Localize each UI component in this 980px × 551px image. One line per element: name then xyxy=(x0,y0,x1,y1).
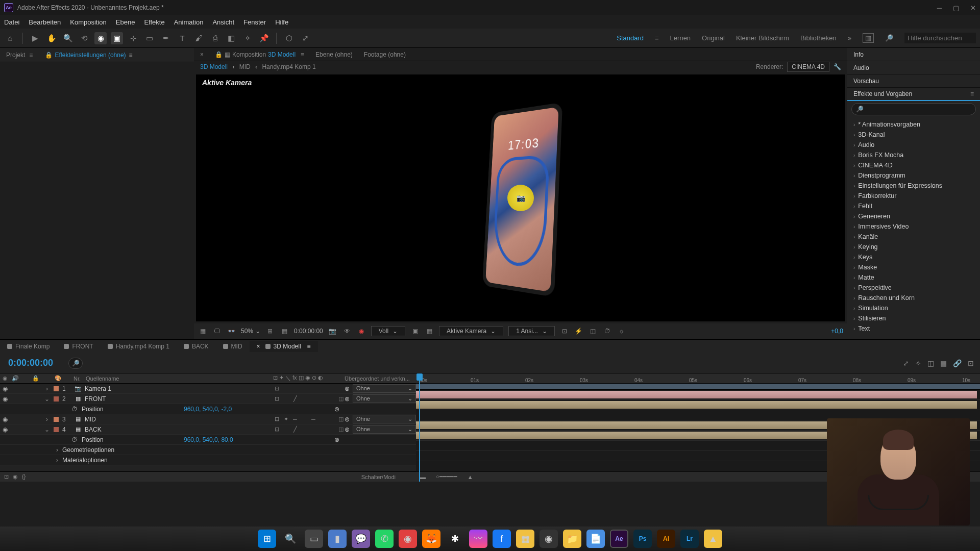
effect-category[interactable]: ›Text xyxy=(851,323,976,334)
parent-dropdown[interactable]: Ohne⌄ xyxy=(353,425,416,434)
orbit-tool[interactable]: ⟲ xyxy=(78,32,90,44)
timeline-ruler[interactable]: 00s 01s 02s 03s 04s 05s 06s 07s 08s 09s … xyxy=(416,373,980,384)
zoom-in-icon[interactable]: ▲ xyxy=(468,474,473,480)
effects-search-input[interactable]: 🔎 xyxy=(851,103,976,115)
tl-tab-finale[interactable]: Finale Komp xyxy=(0,341,57,352)
color-icon[interactable]: ◉ xyxy=(357,327,366,336)
position-value[interactable]: 960,0, 540,0, -2,0 xyxy=(184,406,232,413)
menu-bearbeiten[interactable]: Bearbeiten xyxy=(29,18,61,26)
breadcrumb-3dmodell[interactable]: 3D Modell xyxy=(200,63,228,70)
comp-tab-komposition[interactable]: 🔒▦Komposition 3D Modell≡ xyxy=(211,49,308,60)
clip-front[interactable] xyxy=(416,401,977,409)
expression-pick-icon[interactable]: ⊚ xyxy=(334,436,339,443)
close-button[interactable]: ✕ xyxy=(970,4,976,12)
tab-effekteinstellungen[interactable]: 🔒Effekteinstellungen (ohne)≡ xyxy=(39,48,138,62)
zoom-tool[interactable]: 🔍 xyxy=(62,32,74,44)
breadcrumb-mid[interactable]: MID xyxy=(239,63,251,70)
effect-category[interactable]: ›Generieren xyxy=(851,211,976,221)
menu-datei[interactable]: Datei xyxy=(4,18,19,26)
project-panel-body[interactable] xyxy=(0,62,194,339)
viewer-grid-icon[interactable]: ▦ xyxy=(280,327,289,336)
hand-tool[interactable]: ✋ xyxy=(45,32,58,44)
help-search-input[interactable] xyxy=(904,33,976,43)
app-icon[interactable]: 📄 xyxy=(586,530,605,548)
workspace-panel-icon[interactable]: ▥ xyxy=(863,33,874,43)
windows-start-icon[interactable]: ⊞ xyxy=(258,530,276,548)
effect-category[interactable]: ›3D-Kanal xyxy=(851,130,976,140)
stamp-tool[interactable]: ⎙ xyxy=(209,32,221,44)
playhead[interactable] xyxy=(419,373,420,482)
tab-projekt[interactable]: Projekt≡ xyxy=(0,48,39,62)
brush-tool[interactable]: 🖌 xyxy=(192,32,205,44)
comp-tab-ebene[interactable]: Ebene (ohne) xyxy=(311,49,357,60)
effect-category[interactable]: ›Keys xyxy=(851,252,976,262)
maximize-button[interactable]: ▢ xyxy=(953,4,959,12)
chevron-down-icon[interactable]: ⌄ xyxy=(255,328,260,335)
zoom-out-icon[interactable]: ▬ xyxy=(420,474,426,480)
tl-icon-3[interactable]: ◫ xyxy=(927,359,934,367)
illustrator-icon[interactable]: Ai xyxy=(657,530,675,548)
expression-pick-icon[interactable]: ⊚ xyxy=(334,406,339,413)
tab-audio[interactable]: Audio xyxy=(847,61,980,74)
workspace-standard[interactable]: Standard xyxy=(617,34,644,42)
effect-category[interactable]: ›Perspektive xyxy=(851,283,976,293)
pixel-icon[interactable]: ⊡ xyxy=(560,327,569,336)
effect-category[interactable]: ›* Animationsvorgaben xyxy=(851,119,976,130)
parent-pick-icon[interactable]: ⊚ xyxy=(345,385,350,392)
tl-tab-handy[interactable]: Handy.mp4 Komp 1 xyxy=(101,341,177,352)
renderer-dropdown[interactable]: CINEMA 4D xyxy=(787,62,829,72)
tl-tab-mid[interactable]: MID xyxy=(216,341,250,352)
explorer-icon[interactable]: 📁 xyxy=(563,530,581,548)
comp-tab-footage[interactable]: Footage (ohne) xyxy=(360,49,410,60)
tl-tab-3dmodell[interactable]: ×3D Modell≡ xyxy=(250,341,318,352)
rotate-tool[interactable]: ◉ xyxy=(94,32,107,44)
messenger-icon[interactable]: 〰 xyxy=(469,530,487,548)
timeline-search[interactable]: 🔎 xyxy=(68,358,83,369)
viewer-res-icon[interactable]: ⊞ xyxy=(265,327,275,336)
firefox-icon[interactable]: 🦊 xyxy=(422,530,440,548)
parent-pick-icon[interactable]: ⊚ xyxy=(345,426,350,433)
shape-tool[interactable]: ▭ xyxy=(143,32,156,44)
effect-category[interactable]: ›Einstellungen für Expressions xyxy=(851,181,976,191)
effect-category[interactable]: ›Simulation xyxy=(851,303,976,313)
property-row-geo[interactable]: ›Geometrieoptionen xyxy=(0,445,416,455)
menu-hilfe[interactable]: Hilfe xyxy=(275,18,288,26)
layer-row-front[interactable]: ◉ ⌄ 2 ▦FRONT ⊡╱◫ ⊚Ohne⌄ xyxy=(0,394,416,404)
effect-category[interactable]: ›Dienstprogramm xyxy=(851,170,976,181)
layer-row-kamera[interactable]: ◉ › 1 📷Kamera 1 ⊡ ⊚Ohne⌄ xyxy=(0,384,416,394)
workspace-bibliotheken[interactable]: Bibliotheken xyxy=(800,34,837,42)
viewer-alpha-icon[interactable]: ▦ xyxy=(198,327,207,336)
facebook-icon[interactable]: f xyxy=(493,530,511,548)
effect-category[interactable]: ›Keying xyxy=(851,242,976,252)
effect-category[interactable]: ›Maske xyxy=(851,262,976,272)
breadcrumb-handy[interactable]: Handy.mp4 Komp 1 xyxy=(262,63,315,70)
workspace-hamburger-icon[interactable]: ≡ xyxy=(655,34,659,42)
effect-category[interactable]: ›Kanäle xyxy=(851,232,976,242)
tab-vorschau[interactable]: Vorschau xyxy=(847,74,980,88)
effect-category[interactable]: ›Matte xyxy=(851,272,976,283)
views-dropdown[interactable]: 1 Ansi...⌄ xyxy=(508,326,555,336)
minimize-button[interactable]: ─ xyxy=(937,4,942,12)
workspace-overflow-icon[interactable]: » xyxy=(848,34,851,42)
viewer-time[interactable]: 0:00:00:00 xyxy=(294,328,323,335)
viewer-mask-icon[interactable]: 👓 xyxy=(227,327,236,336)
viewer-screen-icon[interactable]: 🖵 xyxy=(212,327,222,336)
tl-icon-5[interactable]: 🔗 xyxy=(953,359,962,367)
stopwatch-icon[interactable]: ⏱ xyxy=(71,406,78,413)
snapshot-icon[interactable]: 📷 xyxy=(328,327,337,336)
aftereffects-icon[interactable]: Ae xyxy=(610,530,628,548)
effect-category[interactable]: ›CINEMA 4D xyxy=(851,160,976,170)
menu-fenster[interactable]: Fenster xyxy=(243,18,266,26)
selection-tool[interactable]: ▶ xyxy=(29,32,41,44)
zoom-slider[interactable]: ○━━━━━ xyxy=(436,473,457,480)
tl-footer-icon[interactable]: ◉ xyxy=(13,473,18,480)
chevron-left-icon[interactable]: ‹ xyxy=(255,63,257,70)
tl-tab-front[interactable]: FRONT xyxy=(57,341,100,352)
parent-pick-icon[interactable]: ⊚ xyxy=(345,395,350,403)
whatsapp-icon[interactable]: ✆ xyxy=(375,530,394,548)
property-row-mat[interactable]: ›Materialoptionen xyxy=(0,455,416,465)
property-row-position[interactable]: ⏱ Position 960,0, 540,0, 80,0 ⊚ xyxy=(0,435,416,445)
layer-row-mid[interactable]: ◉ › 3 ▦MID ⊡✦──◫ ⊚Ohne⌄ xyxy=(0,414,416,424)
workspace-original[interactable]: Original xyxy=(702,34,725,42)
tab-info[interactable]: Info xyxy=(847,48,980,61)
